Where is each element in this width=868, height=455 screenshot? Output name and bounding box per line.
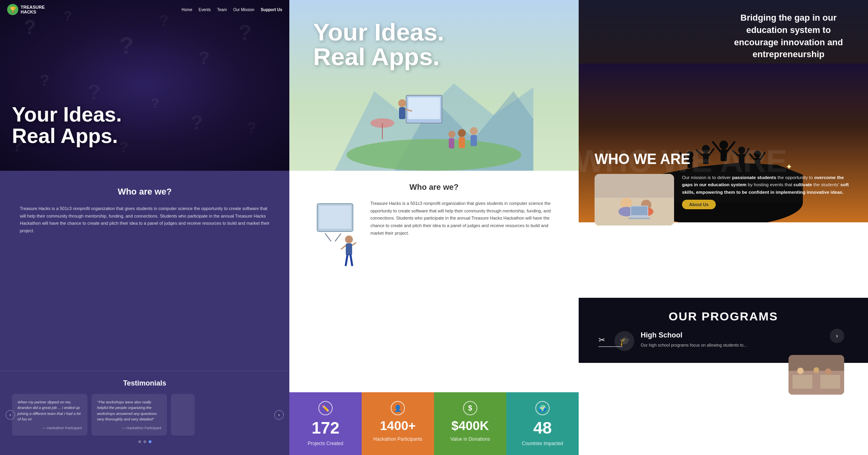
decoration-line [599,346,622,347]
svg-rect-57 [628,218,650,219]
program-icon-area: 🎓 [614,331,634,351]
testimonials-title: Testimonials [12,379,277,388]
program-image-box [789,355,844,395]
stat-projects: ✏️ 172 Projects Created [289,392,362,455]
svg-point-64 [814,367,819,373]
svg-line-23 [352,243,356,245]
hero-text: Your Ideas. Real Apps. [12,104,122,147]
middle-who-text: Treasure Hacks is a 501c3 nonprofit orga… [370,200,555,237]
hero-illustration [335,60,533,171]
stat-countries: 🌍 48 Countries Impacted [506,392,579,455]
dot-1[interactable] [138,440,141,443]
nav-bar: 🏆 TREASURE HACKS Home Events Team Our Mi… [0,0,289,19]
program-card-container: ✂ 🎓 High School Our high school programs… [595,331,852,351]
nav-links: Home Events Team Our Mission Support Us [182,8,282,12]
stat-label-participants: Hackathon Participants [373,436,422,442]
stat-icon-donations: $ [463,401,477,415]
stat-icon-countries: 🌍 [535,401,550,415]
program-icon: 🎓 [614,331,634,351]
programs-section: OUR PROGRAMS ✂ 🎓 High School Our high sc… [579,298,868,363]
testimonial-text-2: "The workshops were also really helpful … [97,399,161,422]
sparkle-icon-1: ✦ [786,162,792,172]
svg-rect-9 [459,137,465,148]
middle-hero: Your Ideas. Real Apps. [289,0,579,171]
svg-line-25 [351,255,352,265]
about-us-button[interactable]: About Us [682,200,716,209]
nav-events[interactable]: Events [199,8,211,12]
testimonials-section: Testimonials ‹ When my partner dipped on… [0,371,289,455]
svg-line-18 [325,233,331,241]
testimonial-card-3 [171,394,195,436]
svg-line-24 [346,255,347,265]
hero-title-line2: Real Apps. [12,125,122,147]
who-we-are-content: ✦ ✦ [595,174,852,226]
svg-rect-17 [319,206,351,229]
middle-hero-title-2: Real Apps. [313,44,444,69]
program-next-arrow[interactable]: › [830,329,844,343]
who-are-we-text: Treasure Hacks is a 501c3 nonprofit orga… [20,205,269,235]
nav-home[interactable]: Home [182,8,192,12]
svg-rect-60 [792,375,812,389]
hero-title-line1: Your Ideas. [12,104,122,125]
middle-panel: Your Ideas. Real Apps. [289,0,579,455]
left-hero: ? ? ? ? ? ? ? ? ? ? ? ? ? 🏆 TREASURE HAC… [0,0,289,171]
testimonial-author-2: — Hackathon Participant [97,426,161,430]
testimonial-prev-button[interactable]: ‹ [6,410,15,420]
right-who-section: WHO WE ARE WHO WE ARE ✦ ✦ [579,151,868,226]
stat-number-donations: $400K [451,418,489,433]
program-high-school: 🎓 High School Our high school programs f… [614,331,852,351]
nav-team[interactable]: Team [217,8,227,12]
testimonials-row: When my partner dipped on me, Brandon di… [12,394,277,436]
testimonial-author-1: — Hackathon Participant [17,426,82,430]
svg-point-20 [345,235,353,243]
who-are-we-title: Who are we? [20,187,269,197]
stat-number-projects: 172 [312,418,339,438]
stat-number-participants: 1400+ [380,418,416,433]
svg-line-22 [341,245,346,249]
middle-content: Who are we? Tr [289,171,579,285]
mission-text: Our mission is to deliver passionate stu… [682,174,852,196]
svg-rect-6 [399,107,405,119]
dot-3[interactable] [149,440,151,443]
who-image-box [595,174,674,226]
programs-title: OUR PROGRAMS [595,310,852,323]
svg-point-10 [470,127,478,135]
nav-our-mission[interactable]: Our Mission [233,8,254,12]
svg-rect-61 [820,375,840,389]
middle-who-title: Who are we? [313,183,555,192]
mission-text-area: Our mission is to deliver passionate stu… [682,174,852,226]
svg-line-19 [335,233,341,241]
testimonial-next-button[interactable]: › [274,410,284,420]
right-tagline: Bridging the gap in our education system… [725,12,852,61]
stat-donations: $ $400K Value in Donations [434,392,506,455]
left-panel: ? ? ? ? ? ? ? ? ? ? ? ? ? 🏆 TREASURE HAC… [0,0,289,455]
stats-row: ✏️ 172 Projects Created 👤 1400+ Hackatho… [289,392,579,455]
stat-participants: 👤 1400+ Hackathon Participants [362,392,434,455]
testimonial-card-2: "The workshops were also really helpful … [91,394,167,436]
nav-support-us[interactable]: Support Us [261,8,282,12]
who-image [595,174,674,226]
who-illustration [313,200,361,273]
svg-rect-13 [449,138,454,148]
svg-rect-4 [408,97,440,119]
svg-point-12 [448,131,455,138]
stat-icon-participants: 👤 [391,401,405,415]
logo-icon: 🏆 [7,4,18,15]
testimonial-text-1: When my partner dipped on me, Brandon di… [17,399,82,422]
stat-label-donations: Value in Donations [450,436,490,442]
who-content-row: Treasure Hacks is a 501c3 nonprofit orga… [313,200,555,273]
testimonials-container: ‹ When my partner dipped on me, Brandon … [12,394,277,436]
logo: 🏆 TREASURE HACKS [7,4,45,15]
program-text: Our high school programs focus on allowi… [641,342,747,349]
svg-point-62 [797,368,804,374]
logo-text: TREASURE HACKS [21,5,45,14]
testimonial-dots [12,440,277,443]
program-info: High School Our high school programs foc… [641,331,747,349]
dot-2[interactable] [143,440,146,443]
svg-rect-56 [631,206,647,215]
svg-point-8 [458,129,466,137]
stat-label-projects: Projects Created [308,441,343,446]
stat-icon-projects: ✏️ [318,401,333,415]
program-title: High School [641,331,747,339]
stat-number-countries: 48 [533,418,552,438]
